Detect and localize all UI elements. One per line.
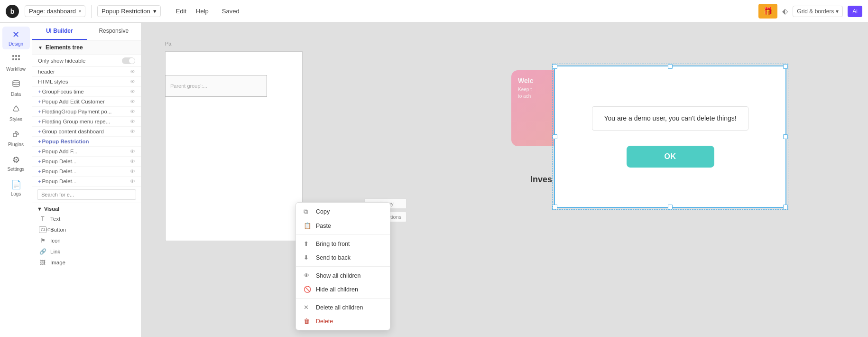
styles-icon [12, 104, 20, 115]
eye-icon[interactable]: 👁 [130, 149, 135, 154]
ctx-show-all-children-label: Show all children [316, 272, 361, 279]
styles-label: Styles [9, 117, 22, 122]
ctx-delete-label: Delete [316, 318, 333, 325]
ctx-send-to-back[interactable]: ⬇ Send to back [296, 251, 390, 264]
visual-item-image[interactable]: 🖼 Image [37, 257, 136, 268]
logs-icon: 📄 [11, 179, 21, 190]
sidebar-item-data[interactable]: Data [2, 76, 30, 100]
elements-tree-header: ▼ Elements tree [32, 40, 141, 55]
ctx-show-all-children[interactable]: 👁 Show all children [296, 269, 390, 282]
eye-icon[interactable]: 👁 [130, 159, 135, 164]
ctx-copy[interactable]: ⧉ Copy [296, 205, 390, 219]
handle-mid-right[interactable] [783, 134, 788, 139]
popup-selector[interactable]: Popup Restriction ▾ [97, 5, 161, 17]
eye-icon[interactable]: 👁 [130, 119, 135, 124]
page-chevron: ▾ [79, 9, 81, 14]
eye-icon[interactable]: 👁 [130, 109, 135, 114]
tree-item-popup-delet-1[interactable]: +Popup Delet... 👁 [32, 157, 141, 167]
ctx-delete[interactable]: 🗑 Delete [296, 314, 390, 328]
handle-top-mid[interactable] [668, 64, 673, 69]
svg-rect-1 [15, 55, 17, 57]
design-icon: ✕ [12, 29, 19, 40]
eye-icon[interactable]: 👁 [130, 99, 135, 104]
delete-icon: 🗑 [304, 318, 311, 325]
tree-item-popup-delet-1-label: Popup Delet... [42, 159, 76, 164]
handle-bottom-mid[interactable] [668, 205, 673, 209]
svg-rect-0 [12, 55, 14, 57]
page-label: Page: dashboard [29, 8, 76, 15]
ctx-hide-all-children[interactable]: 🚫 Hide all children [296, 282, 390, 296]
eye-icon[interactable]: 👁 [130, 168, 135, 174]
ctx-bring-to-front[interactable]: ⬆ Bring to front [296, 237, 390, 251]
gift-button[interactable]: 🎁 [758, 4, 777, 19]
only-show-hideable-toggle[interactable] [122, 57, 135, 64]
ctx-divider-2 [296, 266, 390, 267]
plus-prefix: + [38, 168, 41, 174]
visual-item-text[interactable]: T Text [37, 214, 136, 224]
tree-item-popup-add-edit[interactable]: +Popup Add Edit Customer 👁 [32, 97, 141, 107]
help-link[interactable]: Help [196, 8, 209, 15]
sidebar-item-plugins[interactable]: Plugins [2, 127, 30, 150]
modal-box[interactable]: You are a demo user, you can't delete th… [554, 66, 786, 208]
icon-sidebar: ✕ Design Workflow [0, 23, 32, 337]
eye-icon[interactable]: 👁 [130, 178, 135, 184]
sidebar-item-logs[interactable]: 📄 Logs [2, 177, 30, 199]
tree-item-popup-delet-2[interactable]: +Popup Delet... 👁 [32, 167, 141, 177]
edit-link[interactable]: Edit [176, 8, 186, 15]
tree-item-html-styles[interactable]: HTML styles 👁 [32, 77, 141, 87]
tree-item-header[interactable]: header 👁 [32, 67, 141, 77]
hide-all-children-icon: 🚫 [304, 286, 311, 293]
sidebar-item-design[interactable]: ✕ Design [2, 27, 30, 49]
grid-borders-button[interactable]: Grid & borders ▾ [793, 6, 843, 17]
tree-item-group-content[interactable]: +Group content dashboard 👁 [32, 127, 141, 137]
search-input[interactable] [37, 189, 136, 200]
handle-top-right[interactable] [783, 64, 788, 69]
tab-ui-builder[interactable]: UI Builder [32, 23, 87, 40]
handle-bottom-right[interactable] [783, 205, 788, 209]
sidebar-item-styles[interactable]: Styles [2, 102, 30, 125]
svg-rect-2 [18, 55, 20, 57]
tab-responsive[interactable]: Responsive [87, 23, 141, 40]
visual-item-icon[interactable]: ⚑ Icon [37, 235, 136, 246]
visual-item-button-label: Button [50, 227, 66, 233]
search-row[interactable] [32, 187, 141, 203]
eye-icon[interactable]: 👁 [130, 89, 135, 94]
send-to-back-icon: ⬇ [304, 254, 311, 261]
handle-bottom-left[interactable] [553, 205, 557, 209]
elements-panel: UI Builder Responsive ▼ Elements tree On… [32, 23, 141, 337]
tree-item-floating-group-menu[interactable]: +Floating Group menu repe... 👁 [32, 117, 141, 127]
ctx-copy-label: Copy [316, 208, 330, 215]
visual-item-link[interactable]: 🔗 Link [37, 246, 136, 257]
svg-rect-7 [13, 133, 17, 137]
image-icon: 🖼 [39, 259, 46, 266]
tree-item-popup-restriction[interactable]: +Popup Restriction [32, 137, 141, 147]
ctx-delete-all-children[interactable]: ✕ Delete all children [296, 300, 390, 314]
tree-item-floating-payment[interactable]: +FloatingGroup Payment po... 👁 [32, 107, 141, 117]
sidebar-item-workflow[interactable]: Workflow [2, 51, 30, 75]
modal-ok-button[interactable]: OK [627, 146, 714, 168]
page-selector[interactable]: Page: dashboard ▾ [25, 5, 85, 17]
popup-chevron: ▾ [153, 8, 157, 15]
cursor-button[interactable]: ⬖ [782, 7, 788, 16]
ai-button[interactable]: Ai [848, 6, 862, 17]
only-show-hideable-row[interactable]: Only show hideable [32, 55, 141, 67]
eye-icon[interactable]: 👁 [130, 129, 135, 134]
sidebar-item-settings[interactable]: ⚙ Settings [2, 152, 30, 175]
ctx-paste[interactable]: 📋 Paste [296, 219, 390, 233]
ctx-bring-to-front-label: Bring to front [316, 241, 350, 247]
tree-item-popup-delet-3[interactable]: +Popup Delet... 👁 [32, 177, 141, 187]
tree-item-header-label: header [38, 69, 55, 75]
plugins-icon [12, 130, 20, 140]
popup-label: Popup Restriction [102, 8, 150, 15]
eye-icon[interactable]: 👁 [130, 69, 135, 75]
eye-icon[interactable]: 👁 [130, 79, 135, 84]
copy-icon: ⧉ [304, 208, 311, 215]
handle-mid-left[interactable] [553, 134, 557, 139]
visual-item-button[interactable]: CLICK Button [37, 225, 136, 235]
plus-prefix: + [38, 139, 41, 144]
only-show-hideable-label: Only show hideable [38, 58, 85, 64]
handle-top-left[interactable] [553, 64, 557, 69]
visual-items: T Text CLICK Button ⚑ Icon 🔗 Link 🖼 [37, 214, 136, 268]
tree-item-popup-add-f[interactable]: +Popup Add F... 👁 [32, 147, 141, 157]
tree-item-groupfocus[interactable]: +GroupFocus time 👁 [32, 87, 141, 97]
